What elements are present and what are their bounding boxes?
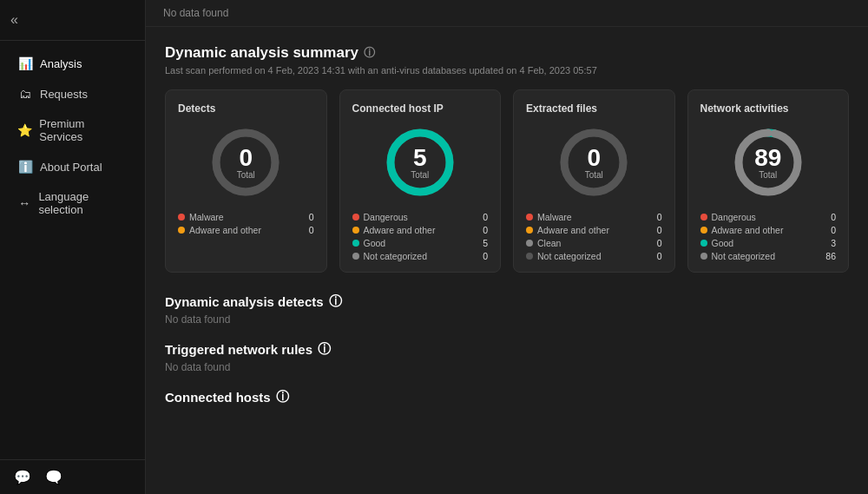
network-rules-title: Triggered network rules: [165, 342, 312, 357]
legend-item: Dangerous0: [352, 212, 489, 222]
legend-count: 0: [657, 225, 662, 235]
donut-value: 0: [237, 146, 255, 170]
legend-count: 0: [657, 251, 662, 261]
message-icon[interactable]: 🗨️: [45, 469, 62, 485]
legend-item: Adware and other0: [700, 225, 837, 235]
donut-label: Total: [754, 170, 781, 180]
legend-item: Dangerous0: [700, 212, 837, 222]
about-icon: ℹ️: [17, 160, 33, 174]
scan-info: Last scan performed on 4 Feb, 2023 14:31…: [165, 65, 849, 76]
donut-container: 5Total: [352, 123, 489, 201]
legend-label: Malware: [189, 212, 224, 222]
sidebar-item-label: Analysis: [40, 57, 82, 70]
cards-row: Detects0TotalMalware0Adware and other0Co…: [165, 89, 849, 273]
legend-label: Not categorized: [712, 251, 776, 261]
donut-center: 0Total: [237, 146, 255, 180]
legend-count: 5: [483, 238, 488, 248]
legend-dot: [352, 214, 359, 221]
legend-dot: [352, 227, 359, 234]
legend-item: Good3: [700, 238, 837, 248]
main-header: No data found: [146, 0, 868, 27]
legend-item: Malware0: [178, 212, 314, 222]
donut-container: 0Total: [526, 123, 662, 201]
sidebar-item-label: About Portal: [40, 161, 102, 174]
sidebar-item-analysis[interactable]: 📊 Analysis: [5, 49, 140, 78]
premium-icon: ⭐: [17, 123, 32, 137]
legend-dot: [178, 214, 185, 221]
legend-dot: [178, 227, 185, 234]
legend-label: Adware and other: [189, 225, 261, 235]
legend-item: Adware and other0: [352, 225, 489, 235]
legend-item: Adware and other0: [526, 225, 662, 235]
legend-dot: [526, 253, 533, 260]
legend-item: Clean0: [526, 238, 662, 248]
legend-item: Adware and other0: [178, 225, 314, 235]
card-legend: Dangerous0Adware and other0Good5Not cate…: [352, 212, 489, 261]
header-text: No data found: [163, 7, 228, 19]
legend-count: 0: [483, 251, 488, 261]
connected-hosts-section: Connected hosts ⓘ: [165, 389, 849, 405]
legend-count: 0: [657, 238, 662, 248]
donut-label: Total: [237, 170, 255, 180]
sidebar: « 📊 Analysis 🗂 Requests ⭐ Premium Servic…: [0, 0, 146, 494]
legend-dot: [700, 227, 707, 234]
legend-dot: [700, 240, 707, 247]
sidebar-top: «: [0, 0, 145, 41]
legend-count: 0: [831, 225, 836, 235]
summary-info-icon[interactable]: ⓘ: [364, 45, 375, 61]
legend-item: Not categorized86: [700, 251, 837, 261]
sidebar-item-premium[interactable]: ⭐ Premium Services: [5, 109, 140, 151]
legend-label: Adware and other: [712, 225, 784, 235]
legend-label: Dangerous: [712, 212, 756, 222]
legend-count: 3: [831, 238, 836, 248]
legend-count: 0: [309, 225, 314, 235]
collapse-button[interactable]: «: [10, 12, 18, 27]
card-extracted-files: Extracted files0TotalMalware0Adware and …: [513, 89, 675, 273]
card-detects: Detects0TotalMalware0Adware and other0: [165, 89, 327, 273]
card-legend: Malware0Adware and other0Clean0Not categ…: [526, 212, 662, 261]
legend-label: Not categorized: [364, 251, 428, 261]
sidebar-item-language[interactable]: ↔️ Language selection: [5, 182, 140, 224]
donut-center: 89Total: [754, 146, 781, 180]
legend-label: Adware and other: [537, 225, 609, 235]
donut-label: Total: [411, 170, 429, 180]
donut-value: 5: [411, 146, 429, 170]
legend-count: 0: [657, 212, 662, 222]
sidebar-item-requests[interactable]: 🗂 Requests: [5, 79, 140, 109]
card-title: Extracted files: [526, 102, 662, 115]
donut-container: 0Total: [178, 123, 314, 201]
legend-dot: [700, 253, 707, 260]
legend-label: Dangerous: [364, 212, 408, 222]
legend-item: Not categorized0: [526, 251, 662, 261]
legend-label: Good: [712, 238, 734, 248]
network-rules-section: Triggered network rules ⓘ No data found: [165, 341, 849, 373]
legend-item: Good5: [352, 238, 489, 248]
card-title: Network activities: [700, 102, 837, 115]
connected-hosts-info-icon[interactable]: ⓘ: [276, 389, 289, 405]
donut-label: Total: [585, 170, 603, 180]
network-rules-info-icon[interactable]: ⓘ: [318, 341, 331, 358]
legend-item: Not categorized0: [352, 251, 489, 261]
sidebar-item-label: Language selection: [38, 190, 128, 216]
donut-center: 0Total: [585, 146, 603, 180]
legend-count: 0: [309, 212, 314, 222]
connected-hosts-title: Connected hosts: [165, 390, 271, 405]
legend-count: 0: [483, 225, 488, 235]
legend-count: 86: [825, 251, 836, 261]
donut-value: 89: [754, 146, 781, 170]
summary-title: Dynamic analysis summary ⓘ: [165, 44, 849, 62]
sidebar-bottom: 💬 🗨️: [0, 459, 145, 494]
sidebar-item-label: Premium Services: [39, 117, 128, 143]
legend-label: Adware and other: [364, 225, 436, 235]
language-icon: ↔️: [17, 196, 31, 210]
legend-label: Good: [364, 238, 386, 248]
network-rules-no-data: No data found: [165, 361, 849, 373]
donut-value: 0: [585, 146, 603, 170]
detects-no-data: No data found: [165, 313, 849, 326]
sidebar-item-about[interactable]: ℹ️ About Portal: [5, 152, 140, 181]
detects-info-icon[interactable]: ⓘ: [329, 293, 342, 310]
main-content-area: No data found Dynamic analysis summary ⓘ…: [146, 0, 868, 494]
analysis-icon: 📊: [17, 56, 33, 70]
chat-icon[interactable]: 💬: [14, 469, 31, 485]
legend-item: Malware0: [526, 212, 662, 222]
